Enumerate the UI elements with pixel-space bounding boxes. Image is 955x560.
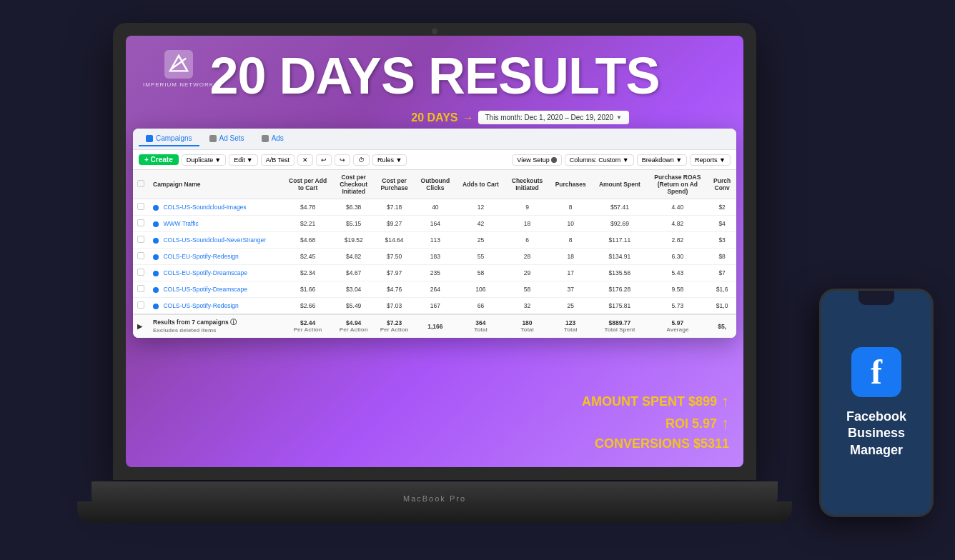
row-checkouts-4: 29 [505, 265, 549, 281]
row-checkbox-3[interactable] [137, 252, 144, 259]
row-campaign-name-5: COLS-US-Spotify-Dreamscape [149, 281, 282, 298]
totals-label: Results from 7 campaigns ⓘ [153, 319, 237, 326]
breakdown-button[interactable]: Breakdown ▼ [637, 154, 687, 166]
campaign-link-0[interactable]: COLS-US-Soundcloud-Images [163, 204, 246, 211]
campaign-dot-0 [153, 205, 159, 211]
th-cost-purchase: Cost perPurchase [374, 170, 415, 199]
row-cost-add-0: $4.78 [282, 199, 333, 216]
ab-test-button[interactable]: A/B Test [261, 154, 295, 166]
row-checkouts-0: 9 [505, 199, 549, 216]
fb-business-manager-text: FacebookBusinessManager [846, 409, 906, 459]
table-row: COLS-US-Spotify-Redesign $2.66 $5.49 $7.… [133, 298, 736, 315]
tab-ads[interactable]: Ads [254, 131, 291, 146]
reports-label: Reports ▼ [695, 156, 726, 164]
campaign-dot-6 [153, 304, 159, 309]
row-checkbox-cell-1 [133, 216, 149, 232]
row-cost-checkout-2: $19.52 [333, 232, 374, 249]
row-checkbox-2[interactable] [137, 236, 144, 243]
row-checkouts-6: 32 [505, 298, 549, 315]
row-checkbox-1[interactable] [137, 219, 144, 226]
campaign-link-2[interactable]: COLS-US-Soundcloud-NeverStranger [163, 236, 266, 244]
breakdown-label: Breakdown ▼ [642, 156, 682, 164]
phone-notch [858, 291, 894, 305]
row-checkbox-5[interactable] [137, 285, 144, 292]
row-cost-purchase-1: $9.27 [374, 216, 415, 232]
tab-campaigns[interactable]: Campaigns [139, 131, 199, 146]
row-cost-purchase-0: $7.18 [374, 199, 415, 216]
duplicate-label: Duplicate [187, 156, 214, 164]
view-setup-button[interactable]: View Setup [512, 154, 561, 166]
totals-cost-add: $2.44Per Action [282, 314, 333, 338]
th-checkouts: CheckoutsInitiated [505, 170, 549, 199]
row-cost-add-2: $4.68 [282, 232, 333, 249]
view-setup-label: View Setup [517, 156, 549, 164]
campaign-link-1[interactable]: WWW Traffic [163, 220, 198, 227]
row-cost-purchase-3: $7.50 [374, 249, 415, 265]
undo-button[interactable]: ↩ [316, 154, 332, 166]
th-cost-add: Cost per Addto Cart [282, 170, 333, 199]
row-cost-checkout-0: $6.38 [333, 199, 374, 216]
days-annotation: 20 DAYS → This month: Dec 1, 2020 – Dec … [411, 111, 629, 124]
th-checkbox [133, 170, 149, 199]
view-setup-toggle [551, 157, 557, 163]
laptop-body: IMPERIUM NETWORK 20 DAYS RESULTS 20 DAYS… [113, 23, 756, 480]
table-row: WWW Traffic $2.21 $5.15 $9.27 164 42 18 … [133, 216, 736, 232]
columns-button[interactable]: Columns: Custom ▼ [565, 154, 634, 166]
redo-button[interactable]: ↪ [335, 154, 350, 166]
delete-button[interactable]: ✕ [297, 154, 313, 166]
row-conv-5: $1,6 [708, 281, 736, 298]
laptop-brand-label: MacBook Pro [403, 494, 466, 503]
tab-adsets[interactable]: Ad Sets [202, 131, 252, 146]
phone-body: f FacebookBusinessManager [819, 289, 934, 517]
campaign-dot-4 [153, 271, 159, 276]
row-roas-1: 4.82 [647, 216, 708, 232]
rules-button[interactable]: Rules ▼ [372, 154, 407, 166]
campaign-link-4[interactable]: COLS-EU-Spotify-Dreamscape [163, 269, 247, 276]
row-checkbox-cell-6 [133, 298, 149, 315]
campaign-link-5[interactable]: COLS-US-Spotify-Dreamscape [163, 286, 247, 293]
row-cost-purchase-4: $7.97 [374, 265, 415, 281]
campaigns-table: Campaign Name Cost per Addto Cart Cost p… [133, 170, 736, 338]
columns-label: Columns: Custom ▼ [570, 156, 629, 164]
row-purchases-1: 10 [549, 216, 592, 232]
row-conv-4: $7 [708, 265, 736, 281]
row-cost-add-1: $2.21 [282, 216, 333, 232]
totals-checkouts: 180Total [505, 314, 549, 338]
row-checkouts-5: 58 [505, 281, 549, 298]
row-purchases-0: 8 [549, 199, 592, 216]
row-checkouts-3: 28 [505, 249, 549, 265]
row-cost-purchase-6: $7.03 [374, 298, 415, 315]
th-roas: Purchase ROAS(Return on AdSpend) [647, 170, 708, 199]
row-cost-checkout-5: $3.04 [333, 281, 374, 298]
totals-roas: 5.97Average [647, 314, 708, 338]
th-cost-checkout: Cost perCheckoutInitiated [333, 170, 374, 199]
duplicate-caret: ▼ [214, 156, 221, 164]
row-checkbox-4[interactable] [137, 269, 144, 276]
row-checkbox-cell-5 [133, 281, 149, 298]
duplicate-button[interactable]: Duplicate ▼ [182, 154, 226, 166]
laptop: IMPERIUM NETWORK 20 DAYS RESULTS 20 DAYS… [113, 23, 756, 537]
totals-purchases: 123Total [549, 314, 592, 338]
create-button[interactable]: + Create [139, 154, 179, 165]
amount-spent-stat: AMOUNT SPENT $899 ↑ [582, 391, 729, 413]
totals-adds: 364Total [456, 314, 505, 338]
totals-cost-purchase: $7.23Per Action [374, 314, 415, 338]
edit-caret: ▼ [247, 156, 253, 164]
edit-button[interactable]: Edit ▼ [229, 154, 257, 166]
adsets-tab-icon [209, 135, 217, 142]
th-outbound: OutboundClicks [415, 170, 456, 199]
reports-button[interactable]: Reports ▼ [690, 154, 731, 166]
campaign-link-3[interactable]: COLS-EU-Spotify-Redesign [163, 253, 238, 260]
row-purchases-4: 17 [549, 265, 592, 281]
history-button[interactable]: ⏱ [353, 154, 370, 166]
row-checkbox-6[interactable] [137, 301, 144, 309]
edit-label: Edit [234, 156, 245, 164]
select-all-checkbox[interactable] [137, 180, 144, 187]
row-cost-checkout-1: $5.15 [333, 216, 374, 232]
row-roas-5: 9.58 [647, 281, 708, 298]
totals-spent: $889.77Total Spent [592, 314, 647, 338]
table-row: COLS-EU-Spotify-Redesign $2.45 $4.82 $7.… [133, 249, 736, 265]
row-checkbox-0[interactable] [137, 203, 144, 210]
screen-content: IMPERIUM NETWORK 20 DAYS RESULTS 20 DAYS… [126, 36, 743, 467]
campaign-link-6[interactable]: COLS-US-Spotify-Redesign [163, 302, 238, 309]
